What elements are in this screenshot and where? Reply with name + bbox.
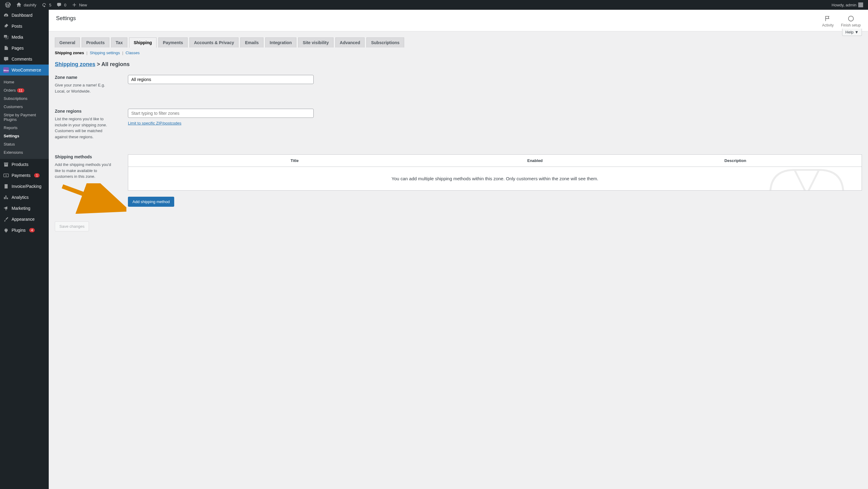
admin-sidebar: Dashboard Posts Media Pages Comments Woo… [0,10,49,489]
document-icon [3,183,9,189]
submenu-stripe[interactable]: Stripe by Payment Plugins [0,111,49,124]
help-tab[interactable]: Help ▼ [842,29,862,36]
menu-dashboard[interactable]: Dashboard [0,10,49,21]
plus-icon [71,2,78,8]
tab-products[interactable]: Products [82,37,109,47]
zone-regions-help: List the regions you'd like to include i… [55,116,116,140]
user-account[interactable]: Howdy, admin [829,0,866,10]
menu-label: Appearance [11,217,35,222]
updates-count: 5 [49,3,51,7]
menu-products[interactable]: Products [0,159,49,170]
content-area: Settings Activity Finish setup Help ▼ Ge… [49,10,868,489]
shipping-methods-label: Shipping methods [55,154,116,159]
subnav-zones[interactable]: Shipping zones [55,51,84,55]
menu-comments[interactable]: Comments [0,54,49,65]
zone-regions-row: Zone regions List the regions you'd like… [55,109,862,140]
new-content[interactable]: New [69,0,90,10]
submenu-subscriptions[interactable]: Subscriptions [0,94,49,103]
tab-accounts[interactable]: Accounts & Privacy [189,37,239,47]
brush-icon [3,216,9,222]
submenu-extensions[interactable]: Extensions [0,148,49,157]
tab-payments[interactable]: Payments [158,37,188,47]
arrow-annotation [59,183,126,214]
tab-advanced[interactable]: Advanced [335,37,365,47]
finish-setup-button[interactable]: Finish setup [841,15,861,27]
menu-appearance[interactable]: Appearance [0,214,49,225]
home-icon [16,2,22,8]
zone-regions-label: Zone regions [55,109,116,113]
tab-tax[interactable]: Tax [111,37,127,47]
activity-button[interactable]: Activity [822,15,834,27]
menu-posts[interactable]: Posts [0,21,49,32]
methods-table-header: Title Enabled Description [128,155,862,167]
comment-icon [3,56,9,62]
svg-line-8 [62,186,119,207]
submenu-settings[interactable]: Settings [0,132,49,140]
refresh-icon [41,2,47,8]
submenu-home[interactable]: Home [0,78,49,86]
woo-submenu: Home Orders11 Subscriptions Customers St… [0,75,49,159]
menu-marketing[interactable]: Marketing [0,203,49,214]
breadcrumb: Shipping zones > All regions [55,61,862,68]
menu-woocommerce[interactable]: Woo WooCommerce [0,65,49,75]
shipping-methods-help: Add the shipping methods you'd like to m… [55,162,116,180]
empty-text: You can add multiple shipping methods wi… [392,176,598,181]
zone-name-label: Zone name [55,75,116,80]
tab-emails[interactable]: Emails [240,37,263,47]
menu-label: WooCommerce [11,68,41,72]
finish-label: Finish setup [841,23,861,27]
woo-icon: Woo [3,67,9,73]
submenu-reports[interactable]: Reports [0,124,49,132]
subnav-settings[interactable]: Shipping settings [90,51,120,55]
page-icon [3,45,9,51]
tab-general[interactable]: General [55,37,80,47]
breadcrumb-root[interactable]: Shipping zones [55,61,95,67]
svg-point-4 [848,16,854,21]
settings-tabs: General Products Tax Shipping Payments A… [55,37,862,47]
submenu-status[interactable]: Status [0,140,49,148]
circle-icon [847,15,854,22]
menu-label: Analytics [11,195,29,200]
shipping-methods-table: Title Enabled Description You can add mu… [128,154,862,191]
chart-icon [3,194,9,200]
site-name[interactable]: dashify [13,0,39,10]
menu-payments[interactable]: $ Payments 1 [0,170,49,181]
subnav-classes[interactable]: Classes [125,51,140,55]
menu-label: Payments [11,173,30,178]
svg-text:Woo: Woo [3,69,8,72]
add-shipping-method-button[interactable]: Add shipping method [128,197,174,207]
archive-icon [3,161,9,167]
updates[interactable]: 5 [39,0,54,10]
new-label: New [79,3,87,7]
menu-label: Plugins [11,228,26,233]
shipping-methods-row: Shipping methods Add the shipping method… [55,154,862,207]
tab-subscriptions[interactable]: Subscriptions [366,37,404,47]
comments-count: 0 [64,3,66,7]
tab-integration[interactable]: Integration [265,37,296,47]
zone-regions-input[interactable] [128,109,314,118]
page-header: Settings Activity Finish setup [49,10,868,31]
menu-pages[interactable]: Pages [0,43,49,54]
comments[interactable]: 0 [54,0,68,10]
shipping-bg-icon [764,167,849,190]
submenu-orders[interactable]: Orders11 [0,86,49,94]
media-icon [3,34,9,40]
tab-site-visibility[interactable]: Site visibility [298,37,334,47]
shipping-subnav: Shipping zones | Shipping settings | Cla… [55,49,862,58]
zone-name-row: Zone name Give your zone a name! E.g. Lo… [55,75,862,94]
col-enabled: Enabled [455,158,615,163]
submenu-customers[interactable]: Customers [0,103,49,111]
menu-plugins[interactable]: Plugins 4 [0,225,49,236]
menu-label: Marketing [11,206,30,211]
plug-icon [3,227,9,233]
menu-media[interactable]: Media [0,32,49,43]
menu-invoice[interactable]: Invoice/Packing [0,181,49,192]
wp-logo[interactable] [2,0,13,10]
flag-icon [825,15,831,22]
tab-shipping[interactable]: Shipping [129,37,157,48]
menu-analytics[interactable]: Analytics [0,192,49,203]
menu-label: Invoice/Packing [11,184,41,189]
zone-name-input[interactable] [128,75,314,84]
save-changes-button[interactable]: Save changes [55,221,89,231]
zip-limit-link[interactable]: Limit to specific ZIP/postcodes [128,121,182,125]
